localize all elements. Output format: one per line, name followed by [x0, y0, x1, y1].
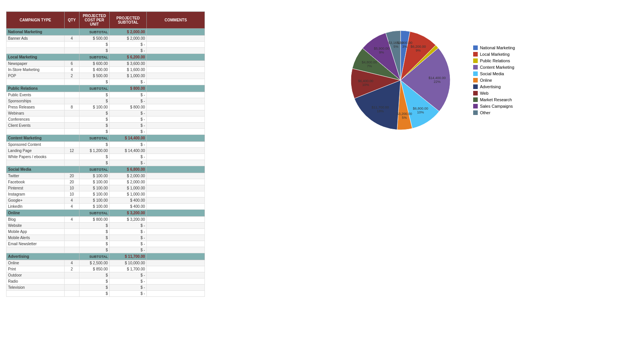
- row-subtotal: $ -: [110, 98, 147, 104]
- row-cost: $: [79, 48, 109, 54]
- row-campaign: In-Store Marketing: [6, 67, 65, 73]
- row-cost: $ 850.00: [79, 266, 109, 272]
- row-campaign: Newspaper: [6, 61, 65, 67]
- row-subtotal: $ 14,400.00: [110, 148, 147, 154]
- category-subtotal-val: $ 800.00: [110, 85, 147, 92]
- row-cost: $ 100.00: [79, 185, 109, 191]
- row-subtotal: $ -: [110, 229, 147, 235]
- row-comments: [147, 110, 205, 116]
- header-qty: QTY: [64, 12, 79, 29]
- category-name: National Marketing: [6, 29, 79, 36]
- table-row: Webinars $ $ -: [6, 110, 205, 116]
- category-row: Content Marketing SUBTOTAL $ 14,400.00: [6, 135, 205, 142]
- legend-label: Advertising: [480, 84, 501, 89]
- table-row: $ $ -: [6, 42, 205, 48]
- row-campaign: Instagram: [6, 191, 65, 197]
- row-cost: $: [79, 129, 109, 135]
- row-subtotal: $ 3,600.00: [110, 61, 147, 67]
- row-comments: [147, 67, 205, 73]
- table-row: $ $ -: [6, 129, 205, 135]
- legend-label: Public Relations: [480, 58, 510, 63]
- table-row: LinkedIn 4 $ 100.00 $ 400.00: [6, 204, 205, 210]
- table-row: White Papers / ebooks $ $ -: [6, 154, 205, 160]
- row-comments: [147, 36, 205, 42]
- row-campaign: Outdoor: [6, 272, 65, 278]
- legend-item-public-relations: Public Relations: [473, 58, 515, 63]
- category-name: Content Marketing: [6, 135, 79, 142]
- category-name: Local Marketing: [6, 54, 79, 61]
- category-subtotal-val: $ 2,000.00: [110, 29, 147, 36]
- row-comments: [147, 285, 205, 291]
- row-cost: $: [79, 272, 109, 278]
- row-comments: [147, 129, 205, 135]
- row-subtotal: $ -: [110, 272, 147, 278]
- table-row: Public Events $ $ -: [6, 92, 205, 98]
- row-subtotal: $ 1,700.00: [110, 266, 147, 272]
- row-qty: [64, 241, 79, 247]
- category-row: Advertising SUBTOTAL $ 11,700.00: [6, 253, 205, 260]
- row-comments: [147, 266, 205, 272]
- row-qty: 10: [64, 191, 79, 197]
- main-layout: CAMPAIGN TYPE QTY PROJECTED COST PER UNI…: [6, 11, 638, 297]
- legend-color: [473, 104, 478, 108]
- table-row: Pinterest 10 $ 100.00 $ 1,000.00: [6, 185, 205, 191]
- row-subtotal: $ 2,000.00: [110, 173, 147, 179]
- table-row: $ $ -: [6, 48, 205, 54]
- category-subtotal-val: $ 14,400.00: [110, 135, 147, 142]
- row-comments: [147, 272, 205, 278]
- legend-color: [473, 110, 478, 115]
- legend-item-advertising: Advertising: [473, 84, 515, 89]
- table-row: Mobile Alerts $ $ -: [6, 235, 205, 241]
- table-row: $ $ -: [6, 247, 205, 253]
- row-comments: [147, 154, 205, 160]
- row-campaign: LinkedIn: [6, 204, 65, 210]
- row-cost: $ 1,200.00: [79, 148, 109, 154]
- row-cost: $: [79, 235, 109, 241]
- row-subtotal: $ -: [110, 42, 147, 48]
- row-subtotal: $ -: [110, 129, 147, 135]
- category-subtotal-label: SUBTOTAL: [79, 54, 109, 61]
- row-subtotal: $ -: [110, 291, 147, 297]
- category-subtotal-label: SUBTOTAL: [79, 166, 109, 173]
- legend-color: [473, 97, 478, 102]
- row-campaign: [6, 160, 65, 166]
- row-comments: [147, 61, 205, 67]
- row-campaign: Radio: [6, 278, 65, 285]
- category-subtotal-label: SUBTOTAL: [79, 135, 109, 142]
- table-row: $ $ -: [6, 160, 205, 166]
- row-comments: [147, 123, 205, 129]
- row-campaign: Mobile App: [6, 229, 65, 235]
- row-qty: [64, 42, 79, 48]
- row-subtotal: $ 800.00: [110, 104, 147, 110]
- row-campaign: Mobile Alerts: [6, 235, 65, 241]
- legend-label: Social Media: [480, 71, 504, 76]
- row-subtotal: $ 1,000.00: [110, 185, 147, 191]
- row-cost: $: [79, 42, 109, 48]
- table-row: $ $ -: [6, 291, 205, 297]
- legend-item-content-marketing: Content Marketing: [473, 65, 515, 70]
- category-row: Social Media SUBTOTAL $ 6,800.00: [6, 166, 205, 173]
- row-cost: $: [79, 291, 109, 297]
- row-subtotal: $ -: [110, 79, 147, 85]
- row-subtotal: $ -: [110, 123, 147, 129]
- row-qty: 2: [64, 266, 79, 272]
- row-qty: 4: [64, 260, 79, 266]
- row-subtotal: $ -: [110, 142, 147, 148]
- row-cost: $ 800.00: [79, 217, 109, 223]
- legend-label: Online: [480, 78, 492, 83]
- row-cost: $ 500.00: [79, 73, 109, 79]
- row-comments: [147, 48, 205, 54]
- row-qty: [64, 116, 79, 123]
- row-campaign: Google+: [6, 197, 65, 204]
- row-subtotal: $ -: [110, 285, 147, 291]
- row-comments: [147, 260, 205, 266]
- legend-color: [473, 45, 478, 50]
- row-qty: [64, 272, 79, 278]
- table-row: Google+ 4 $ 100.00 $ 400.00: [6, 197, 205, 204]
- legend-color: [473, 84, 478, 89]
- table-row: Landing Page 12 $ 1,200.00 $ 14,400.00: [6, 148, 205, 154]
- row-cost: $: [79, 241, 109, 247]
- row-comments: [147, 241, 205, 247]
- row-comments: [147, 160, 205, 166]
- row-qty: 4: [64, 36, 79, 42]
